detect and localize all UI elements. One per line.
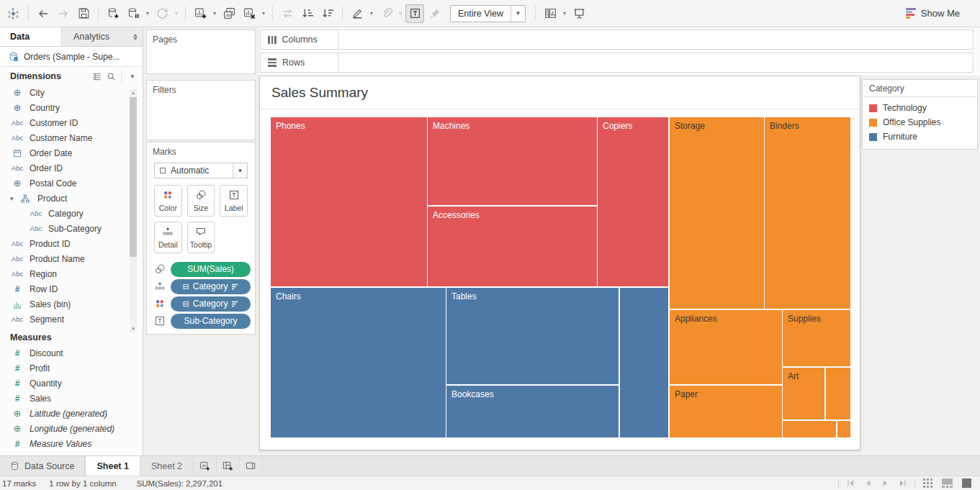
columns-shelf[interactable]: Columns	[260, 30, 974, 50]
dimensions-menu-caret[interactable]: ▼	[127, 73, 138, 80]
mark-type-dropdown[interactable]: Automatic ▼	[154, 163, 248, 178]
detail-button[interactable]: Detail	[154, 222, 182, 253]
field-sub-category[interactable]: AbcSub-Category	[0, 221, 143, 236]
fix-axes-button[interactable]	[426, 4, 444, 23]
next-sheet-button[interactable]	[880, 479, 891, 487]
field-country[interactable]: ⊕Country	[0, 100, 143, 115]
legend-item-office-supplies[interactable]: Office Supplies	[863, 115, 977, 130]
treemap-rect-copiers[interactable]: Copiers	[598, 117, 668, 286]
undo-button[interactable]	[34, 4, 53, 23]
field-row-id[interactable]: #Row ID	[0, 281, 143, 296]
show-me-button[interactable]: Show Me	[906, 8, 976, 19]
run-update-caret[interactable]: ▾	[173, 10, 180, 17]
show-tabs-button[interactable]	[940, 478, 954, 488]
treemap-rect-storage[interactable]: Storage	[670, 117, 764, 309]
treemap-rect-bookcases[interactable]: Bookcases	[446, 386, 619, 437]
new-data-source-button[interactable]	[104, 4, 122, 23]
mark-type-caret[interactable]: ▼	[233, 163, 247, 178]
collapse-hierarchy-icon[interactable]: ⊟	[183, 283, 189, 291]
field-product[interactable]: ▾Product	[0, 191, 143, 206]
field-customer-name[interactable]: AbcCustomer Name	[0, 130, 143, 145]
scroll-up-icon[interactable]: ▲	[130, 89, 137, 96]
pill-category[interactable]: ⊟Category	[171, 296, 251, 312]
highlight-caret[interactable]: ▾	[368, 10, 375, 17]
expand-caret-icon[interactable]: ▾	[10, 195, 16, 202]
find-field-icon[interactable]	[107, 72, 116, 81]
field-category[interactable]: AbcCategory	[0, 206, 143, 221]
scroll-down-icon[interactable]: ▼	[130, 325, 137, 332]
field-measure-values[interactable]: #Measure Values	[0, 436, 143, 451]
field-order-date[interactable]: Order Date	[0, 145, 143, 160]
treemap-rect-phones[interactable]: Phones	[271, 117, 427, 286]
field-longitude-generated[interactable]: ⊕Longitude (generated)	[0, 421, 143, 436]
filters-card[interactable]: Filters	[146, 80, 256, 140]
field-region[interactable]: AbcRegion	[0, 266, 143, 281]
rows-shelf[interactable]: Rows	[260, 53, 974, 73]
collapse-hierarchy-icon[interactable]: ⊟	[183, 300, 189, 308]
clear-sheet-caret[interactable]: ▾	[260, 10, 267, 17]
tab-data[interactable]: Data	[0, 27, 62, 46]
new-worksheet-button[interactable]	[191, 4, 210, 23]
tab-sheet-2[interactable]: Sheet 2	[140, 456, 194, 476]
group-members-button[interactable]	[377, 4, 395, 23]
show-hide-cards-caret[interactable]: ▾	[561, 10, 568, 17]
treemap-rect-unlabeled[interactable]	[783, 421, 836, 437]
treemap-rect-paper[interactable]: Paper	[670, 386, 782, 437]
field-product-id[interactable]: AbcProduct ID	[0, 236, 143, 251]
field-order-id[interactable]: AbcOrder ID	[0, 160, 143, 176]
view-as-grid-icon[interactable]	[92, 72, 102, 81]
new-story-tab-button[interactable]	[240, 456, 263, 476]
pill-category[interactable]: ⊟Category	[171, 279, 251, 294]
field-latitude-generated[interactable]: ⊕Latitude (generated)	[0, 406, 143, 421]
fit-dropdown-caret[interactable]: ▼	[511, 6, 525, 22]
field-segment[interactable]: AbcSegment	[0, 312, 143, 327]
new-worksheet-tab-button[interactable]	[194, 456, 217, 476]
dimensions-scrollbar[interactable]: ▲ ▼	[130, 89, 137, 332]
pill-sub-category[interactable]: Sub-Category	[171, 314, 251, 329]
tab-sheet-1[interactable]: Sheet 1	[85, 456, 140, 476]
data-source-item[interactable]: Orders (Sample - Supe...	[0, 47, 143, 67]
treemap-rect-chairs[interactable]: Chairs	[271, 288, 446, 437]
redo-button[interactable]	[54, 4, 73, 23]
sort-descending-button[interactable]	[318, 4, 337, 23]
field-sales-bin[interactable]: Sales (bin)	[0, 296, 143, 312]
sort-ascending-button[interactable]	[298, 4, 317, 23]
tab-analytics[interactable]: Analytics	[62, 27, 128, 46]
run-update-button[interactable]	[153, 4, 171, 23]
tooltip-button[interactable]: Tooltip	[187, 222, 215, 253]
pill-sum-sales[interactable]: SUM(Sales)	[171, 262, 251, 277]
treemap-rect-unlabeled[interactable]	[837, 421, 850, 437]
treemap-rect-machines[interactable]: Machines	[428, 117, 597, 205]
show-sheet-button[interactable]	[961, 478, 973, 488]
field-postal-code[interactable]: ⊕Postal Code	[0, 176, 143, 191]
legend-item-technology[interactable]: Technology	[863, 101, 977, 115]
presentation-mode-button[interactable]	[570, 4, 588, 23]
field-sales[interactable]: #Sales	[0, 391, 143, 406]
field-city[interactable]: ⊕City	[0, 85, 143, 100]
group-members-caret[interactable]: ▾	[397, 10, 404, 17]
scrollbar-thumb[interactable]	[130, 97, 137, 257]
highlight-button[interactable]	[348, 4, 367, 23]
label-button[interactable]: Label	[220, 185, 248, 217]
treemap-rect-unlabeled[interactable]	[826, 368, 850, 419]
swap-rows-columns-button[interactable]	[278, 4, 297, 23]
treemap-rect-art[interactable]: Art	[783, 368, 824, 419]
field-profit[interactable]: #Profit	[0, 360, 143, 376]
treemap-rect-supplies[interactable]: Supplies	[783, 310, 850, 366]
treemap-rect-binders[interactable]: Binders	[765, 117, 850, 309]
pause-auto-updates-caret[interactable]: ▾	[144, 10, 151, 17]
first-sheet-button[interactable]	[845, 479, 856, 487]
treemap-rect-tables[interactable]: Tables	[446, 288, 619, 384]
field-discount[interactable]: #Discount	[0, 345, 143, 360]
previous-sheet-button[interactable]	[863, 479, 873, 487]
show-hide-cards-button[interactable]	[541, 4, 559, 23]
data-source-tab[interactable]: Data Source	[0, 456, 85, 476]
last-sheet-button[interactable]	[897, 479, 908, 487]
treemap-rect-appliances[interactable]: Appliances	[670, 310, 782, 384]
clear-sheet-button[interactable]	[240, 4, 259, 23]
show-mark-labels-button[interactable]	[405, 4, 424, 23]
columns-field-area[interactable]	[338, 30, 974, 50]
duplicate-sheet-button[interactable]	[220, 4, 238, 23]
treemap-rect-accessories[interactable]: Accessories	[428, 207, 597, 286]
show-filmstrip-button[interactable]	[922, 478, 934, 488]
